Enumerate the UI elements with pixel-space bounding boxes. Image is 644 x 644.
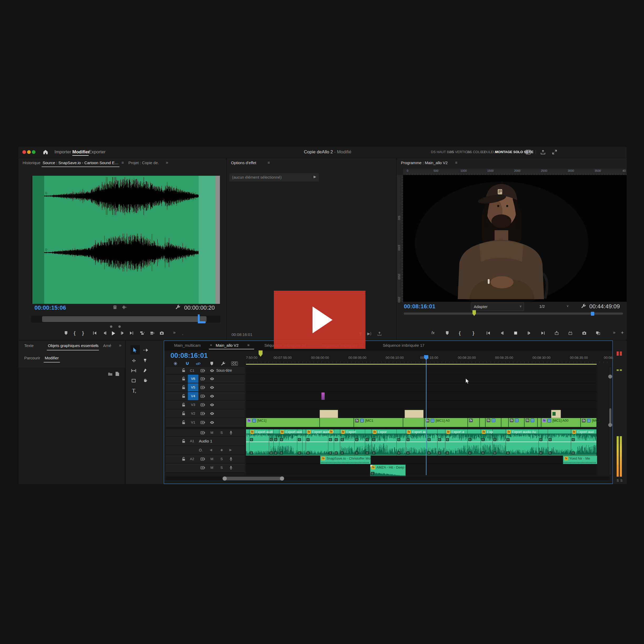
clip-audio[interactable]: GD xyxy=(437,429,445,455)
tab-source[interactable]: Source : SnapSave.io - Cartoon Sound Eff… xyxy=(43,160,119,165)
track-name-v1[interactable]: V1 xyxy=(188,418,198,427)
lock-open-icon[interactable] xyxy=(182,377,185,381)
clip-audio[interactable]: GD xyxy=(468,429,481,455)
v-scroll-thumb[interactable] xyxy=(609,408,611,425)
zoom-handle-left[interactable] xyxy=(110,325,112,328)
step-fwd-icon[interactable] xyxy=(527,331,531,335)
play-around-icon[interactable]: ▶⟩ xyxy=(367,331,371,336)
traffic-light-minimize[interactable] xyxy=(27,150,31,154)
hand-icon[interactable] xyxy=(143,378,147,383)
eye-icon[interactable] xyxy=(210,369,214,372)
step-fwd-icon[interactable] xyxy=(120,331,125,335)
clip-graphic[interactable] xyxy=(551,410,561,418)
meter-solo-right[interactable]: S xyxy=(620,479,622,482)
brace-open[interactable]: { xyxy=(74,330,76,336)
track-mute[interactable]: M xyxy=(210,431,213,435)
patch-icon[interactable] xyxy=(200,386,205,389)
source-panel-menu-icon[interactable]: ≡ xyxy=(122,160,124,165)
clip-audio[interactable]: GD xyxy=(334,429,340,455)
folder-icon[interactable] xyxy=(108,372,113,376)
clip-audio[interactable]: GD xyxy=(274,429,279,455)
track-content-a2[interactable] xyxy=(246,455,597,464)
track-content-v4[interactable] xyxy=(246,392,597,401)
export-frame-icon[interactable] xyxy=(377,331,382,336)
clip-graphic[interactable] xyxy=(405,410,424,418)
timeline-tab-5[interactable]: Séquence imbriquée 17 xyxy=(383,343,424,348)
clip-video[interactable]: fx xyxy=(509,418,524,427)
clip-audio[interactable]: GD xyxy=(297,429,303,455)
program-video-frame[interactable] xyxy=(403,175,627,302)
lock-open-icon[interactable] xyxy=(182,457,185,461)
patch-icon[interactable] xyxy=(200,377,205,381)
v-scroll-handle-bottom[interactable] xyxy=(608,423,612,427)
lock-open-icon[interactable] xyxy=(182,420,185,425)
clip-audio[interactable]: GD xyxy=(397,429,406,455)
ripple-icon[interactable] xyxy=(132,359,136,363)
timeline-tab-menu-icon[interactable]: ≡ xyxy=(247,343,249,347)
clip-graphic[interactable] xyxy=(320,410,338,418)
v-scroll-handle-top[interactable] xyxy=(608,375,612,379)
clip-audio[interactable]: GD xyxy=(355,429,365,455)
meter-solo-left[interactable]: S xyxy=(617,479,619,482)
track-content-v5[interactable] xyxy=(246,383,597,392)
lock-open-icon[interactable] xyxy=(182,385,185,390)
mic-icon[interactable] xyxy=(229,466,233,470)
source-audio-waveform[interactable] xyxy=(32,176,220,304)
clip-audio[interactable]: fxAMZA - Hit - Deep GG xyxy=(370,465,406,476)
closed-captions-toggle[interactable]: CC xyxy=(231,361,238,366)
patch-icon[interactable] xyxy=(200,403,205,407)
zoom-handle-right[interactable] xyxy=(118,325,121,328)
clip-audio[interactable]: fxSnapSave.io - Christoffer Moe D xyxy=(320,456,371,464)
clip-audio[interactable]: fxExport audio AGD xyxy=(306,429,328,455)
clip-audio[interactable]: GD xyxy=(548,429,571,455)
clip-video[interactable]: fx[MC1 xyxy=(354,418,403,427)
fx-badges-toggle[interactable]: fx xyxy=(431,330,435,335)
menu-importer[interactable]: Importer xyxy=(54,149,71,155)
fit-dropdown[interactable]: Adapter ∨ xyxy=(471,303,524,311)
track-solo[interactable]: S xyxy=(220,466,223,470)
slip-icon[interactable] xyxy=(131,369,136,373)
extract-icon[interactable] xyxy=(568,331,572,335)
program-current-timecode[interactable]: 00:08:16:01 xyxy=(404,303,435,310)
clip-audio[interactable]: fxYoed Nir - Me xyxy=(563,456,597,464)
track-name-v3[interactable]: V3 xyxy=(188,401,198,409)
clip-video[interactable] xyxy=(320,418,354,427)
wrench-icon[interactable] xyxy=(581,303,586,309)
lift-icon[interactable] xyxy=(555,331,559,335)
tab-projet[interactable]: Projet : Copie de. xyxy=(128,160,159,165)
quick-export-icon[interactable] xyxy=(540,149,546,155)
clip-audio[interactable]: fxExport audio AuGD xyxy=(506,429,539,455)
clip-audio[interactable]: fxExportGD xyxy=(340,429,355,455)
linked-icon[interactable] xyxy=(196,362,201,366)
expand-triangle-icon[interactable]: ▶ xyxy=(314,175,316,179)
patch-icon[interactable] xyxy=(200,369,205,373)
brace-close[interactable]: } xyxy=(82,330,84,336)
goto-in-icon[interactable] xyxy=(93,331,97,335)
marker-icon[interactable] xyxy=(210,361,214,366)
settings-icon[interactable] xyxy=(113,305,117,310)
patch-icon[interactable] xyxy=(200,412,205,415)
clip-video[interactable]: fx[MC1] A00 xyxy=(541,418,581,427)
panel-layout-icon[interactable] xyxy=(526,149,531,155)
lock-open-icon[interactable] xyxy=(182,368,185,373)
rect-tool-icon[interactable] xyxy=(132,379,136,383)
eg-panel-menu-icon[interactable]: ≡ xyxy=(95,343,98,348)
source-zoom-scrollbar[interactable] xyxy=(31,316,220,323)
add-button[interactable]: + xyxy=(621,330,624,336)
eg-overflow-chevron[interactable]: » xyxy=(119,343,121,348)
track-content-v3[interactable] xyxy=(246,401,597,409)
subtab-modifier[interactable]: Modifier xyxy=(45,356,59,360)
source-current-timecode[interactable]: 00:00:15:06 xyxy=(34,304,66,311)
razor-icon[interactable] xyxy=(143,358,147,363)
eye-icon[interactable] xyxy=(210,386,214,389)
keyframe-prev[interactable]: ◀ xyxy=(210,448,212,452)
step-back-icon[interactable] xyxy=(500,331,504,335)
goto-in-icon[interactable] xyxy=(486,331,490,335)
clip-video[interactable]: fx xyxy=(468,418,480,427)
drag-handle[interactable]: . xyxy=(182,331,183,336)
wrench-icon[interactable] xyxy=(175,304,180,310)
track-name-a2[interactable]: A2 xyxy=(190,457,194,461)
lock-open-icon[interactable] xyxy=(182,439,185,443)
transport-overflow[interactable]: » xyxy=(173,330,175,335)
clip-audio[interactable]: GD xyxy=(269,429,274,455)
